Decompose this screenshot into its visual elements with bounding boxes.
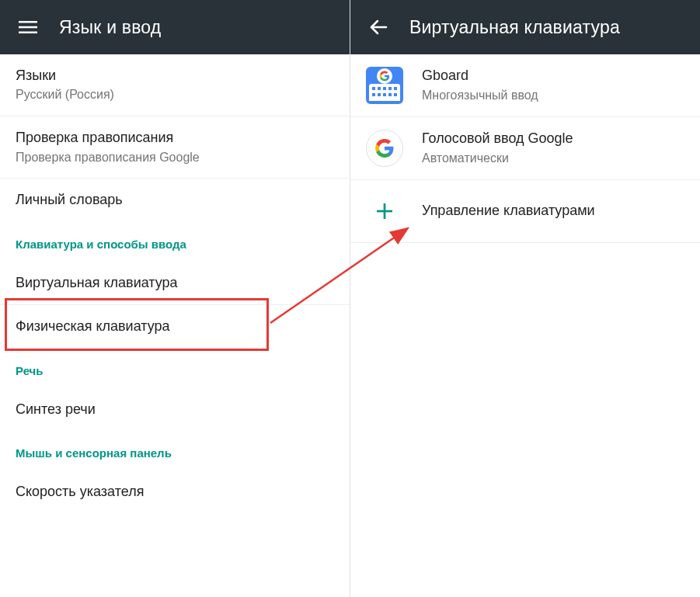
- row-personal-dict-title: Личный словарь: [16, 191, 334, 209]
- row-spellcheck[interactable]: Проверка правописания Проверка правописа…: [0, 116, 350, 179]
- row-voice-title: Голосовой ввод Google: [422, 130, 684, 148]
- back-arrow-icon: [369, 18, 388, 36]
- svg-rect-1: [19, 26, 37, 29]
- row-languages-subtitle: Русский (Россия): [16, 87, 334, 103]
- row-spellcheck-title: Проверка правописания: [16, 129, 334, 147]
- row-languages[interactable]: Языки Русский (Россия): [0, 54, 350, 116]
- right-appbar: Виртуальная клавиатура: [350, 0, 700, 54]
- google-g-icon: [379, 71, 390, 82]
- row-personal-dict[interactable]: Личный словарь: [0, 179, 350, 221]
- row-pointer-speed-title: Скорость указателя: [16, 483, 334, 501]
- gboard-icon-slot: [366, 67, 403, 104]
- left-appbar: Язык и ввод: [0, 0, 350, 54]
- menu-button[interactable]: [12, 12, 44, 43]
- row-voice-subtitle: Автоматически: [422, 151, 684, 167]
- left-pane: Язык и ввод Языки Русский (Россия) Прове…: [0, 0, 350, 597]
- row-manage-title: Управление клавиатурами: [422, 202, 684, 220]
- row-manage-keyboards[interactable]: Управление клавиатурами: [350, 180, 700, 243]
- back-button[interactable]: [363, 12, 394, 43]
- row-virtual-keyboard[interactable]: Виртуальная клавиатура: [0, 262, 350, 305]
- left-title: Язык и ввод: [59, 17, 161, 38]
- row-tts-title: Синтез речи: [16, 401, 334, 418]
- gboard-icon: [366, 67, 403, 104]
- plus-icon: [366, 193, 403, 230]
- row-tts[interactable]: Синтез речи: [0, 388, 350, 431]
- left-list: Языки Русский (Россия) Проверка правопис…: [0, 54, 350, 513]
- row-gboard-title: Gboard: [422, 67, 684, 85]
- row-voice[interactable]: Голосовой ввод Google Автоматически: [350, 117, 700, 180]
- row-physical-keyboard[interactable]: Физическая клавиатура: [0, 305, 350, 348]
- section-mouse: Мышь и сенсорная панель: [0, 431, 350, 470]
- add-icon-slot: [366, 193, 403, 230]
- section-speech: Речь: [0, 349, 350, 388]
- row-virtual-keyboard-title: Виртуальная клавиатура: [16, 274, 334, 292]
- row-languages-title: Языки: [16, 67, 334, 85]
- google-logo-icon: [366, 130, 403, 167]
- row-spellcheck-subtitle: Проверка правописания Google: [16, 150, 334, 166]
- svg-rect-2: [19, 32, 37, 34]
- right-pane: Виртуальная клавиатура Gboard Многоязычн…: [350, 0, 700, 597]
- google-voice-icon-slot: [366, 130, 403, 167]
- right-title: Виртуальная клавиатура: [409, 17, 620, 38]
- hamburger-icon: [19, 18, 37, 36]
- row-gboard[interactable]: Gboard Многоязычный ввод: [350, 54, 700, 117]
- section-keyboard: Клавиатура и способы ввода: [0, 222, 350, 262]
- svg-rect-0: [19, 21, 37, 23]
- row-pointer-speed[interactable]: Скорость указателя: [0, 470, 350, 513]
- row-gboard-subtitle: Многоязычный ввод: [422, 88, 684, 104]
- right-list: Gboard Многоязычный ввод Голосовой ввод …: [350, 54, 700, 243]
- row-physical-keyboard-title: Физическая клавиатура: [16, 318, 334, 335]
